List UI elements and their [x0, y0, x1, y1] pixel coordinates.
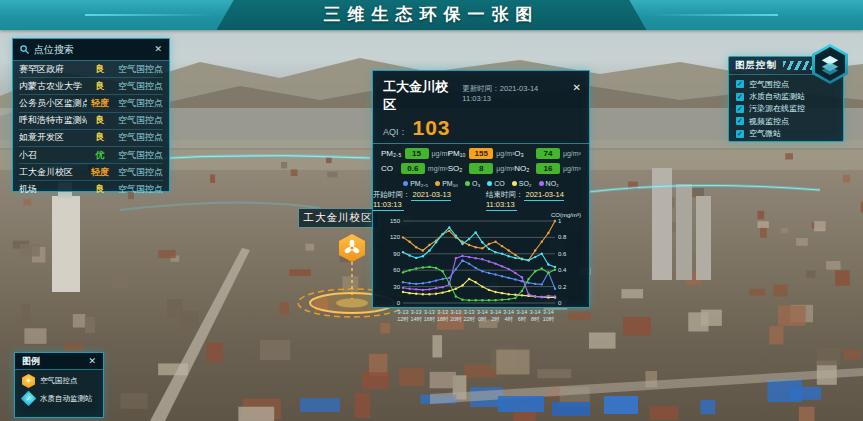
svg-text:6时: 6时 [518, 316, 527, 322]
svg-text:3-13: 3-13 [398, 309, 409, 315]
chart-legend: PM₂.₅ PM₁₀ O₃ CO SO₂ NO₂ [373, 179, 589, 189]
pinwheel-icon [343, 239, 361, 257]
svg-text:0.4: 0.4 [558, 267, 567, 273]
legend-item-o3[interactable]: O₃ [465, 180, 480, 187]
svg-text:22时: 22时 [463, 316, 475, 322]
station-detail-popup: 工大金川校区 更新时间：2021-03-14 11:03:13 ✕ AQI： 1… [372, 70, 590, 308]
svg-text:16时: 16时 [424, 316, 436, 322]
close-icon[interactable]: ✕ [573, 82, 581, 93]
pollutant-grid: PM₂.₅ 15 µg/m³ PM₁₀ 155 µg/m³ O₃ 74 µg/m… [373, 144, 589, 179]
time-range-row: 开始时间：2021-03-13 11:03:13 结束时间：2021-03-14… [373, 189, 589, 211]
svg-text:14时: 14时 [411, 316, 423, 322]
pollutant-pm25: PM₂.₅ 15 µg/m³ [381, 148, 448, 159]
legend-panel-title: 图例 [22, 355, 40, 368]
station-row[interactable]: 小召 优 空气国控点 [19, 147, 163, 164]
svg-text:2时: 2时 [491, 316, 500, 322]
map-marker-label[interactable]: 工大金川校区 [298, 208, 378, 228]
layer-item-air-national[interactable]: ✓ 空气国控点 [736, 78, 836, 90]
station-row[interactable]: 公务员小区监测点 轻度 空气国控点 [19, 95, 163, 112]
svg-text:CO(mg/m³): CO(mg/m³) [551, 212, 581, 218]
pollutant-no2: NO₂ 16 µg/m³ [514, 163, 581, 174]
svg-text:3-13: 3-13 [450, 309, 461, 315]
svg-text:3-13: 3-13 [411, 309, 422, 315]
svg-text:12时: 12时 [397, 316, 409, 322]
legend-item-co[interactable]: CO [487, 180, 505, 187]
app-root: 三维生态环保一张图 点位搜索 ✕ 赛罕区政府 良 空气国控点 内蒙古农业大学 良… [0, 0, 863, 421]
svg-text:0: 0 [397, 300, 401, 306]
title-bar: 三维生态环保一张图 [0, 0, 863, 30]
station-row[interactable]: 呼和浩特市监测站 良 空气国控点 [19, 113, 163, 130]
svg-text:120: 120 [390, 234, 401, 240]
svg-text:3-14: 3-14 [477, 309, 488, 315]
checkbox-checked[interactable]: ✓ [736, 93, 744, 101]
pollutant-so2: SO₂ 8 µg/m³ [448, 163, 515, 174]
legend-item-water: ✓ 水质自动监测站 [15, 388, 103, 405]
layer-item-water-auto[interactable]: ✓ 水质自动监测站 [736, 90, 836, 102]
page-title: 三维生态环保一张图 [0, 0, 863, 30]
svg-text:90: 90 [393, 251, 400, 257]
svg-text:0时: 0时 [478, 316, 487, 322]
layer-item-pollution-source[interactable]: ✓ 污染源在线监控 [736, 103, 836, 115]
checkbox-checked[interactable]: ✓ [736, 80, 744, 88]
svg-text:0.6: 0.6 [558, 251, 567, 257]
legend-item-air: ✦ 空气国控点 [15, 370, 103, 388]
pollutant-o3: O₃ 74 µg/m³ [514, 148, 581, 159]
svg-text:4时: 4时 [505, 316, 514, 322]
layer-panel-title: 图层控制 [735, 59, 777, 72]
svg-text:3-13: 3-13 [437, 309, 448, 315]
svg-text:18时: 18时 [437, 316, 449, 322]
svg-text:30: 30 [393, 284, 400, 290]
station-list-panel: 点位搜索 ✕ 赛罕区政府 良 空气国控点 内蒙古农业大学 良 空气国控点 公务员… [12, 38, 170, 192]
svg-text:60: 60 [393, 267, 400, 273]
detail-title: 工大金川校区 [383, 78, 456, 114]
legend-item-no2[interactable]: NO₂ [539, 180, 559, 187]
svg-text:3-13: 3-13 [464, 309, 475, 315]
checkbox-checked[interactable]: ✓ [736, 117, 744, 125]
svg-text:0: 0 [558, 300, 562, 306]
corner-accent [580, 70, 590, 80]
layer-item-video[interactable]: ✓ 视频监控点 [736, 115, 836, 127]
aqi-value: 103 [413, 116, 451, 140]
diamond-cyan-marker-icon: ✓ [21, 391, 37, 407]
map-legend-panel: 图例 ✕ ✦ 空气国控点 ✓ 水质自动监测站 [14, 352, 104, 418]
svg-text:3-13: 3-13 [424, 309, 435, 315]
svg-text:3-14: 3-14 [517, 309, 528, 315]
svg-text:10时: 10时 [543, 316, 555, 322]
layer-item-micro-station[interactable]: ✓ 空气微站 [736, 128, 836, 140]
search-icon [20, 45, 29, 54]
legend-item-pm10[interactable]: PM₁₀ [435, 180, 458, 187]
svg-text:1: 1 [558, 218, 562, 224]
svg-text:8时: 8时 [531, 316, 540, 322]
svg-text:3-14: 3-14 [490, 309, 501, 315]
close-icon[interactable]: ✕ [154, 45, 162, 54]
station-row[interactable]: 机场 良 空气国控点 [19, 181, 163, 197]
checkbox-checked[interactable]: ✓ [736, 130, 744, 138]
station-rows: 赛罕区政府 良 空气国控点 内蒙古农业大学 良 空气国控点 公务员小区监测点 轻… [13, 61, 169, 198]
close-icon[interactable]: ✕ [88, 357, 96, 366]
pollutant-trend-chart: 030609012015000.20.40.60.81CO(mg/m³)3-13… [379, 211, 583, 327]
svg-text:0.2: 0.2 [558, 284, 567, 290]
svg-text:3-14: 3-14 [503, 309, 514, 315]
svg-text:20时: 20时 [450, 316, 462, 322]
svg-text:3-14: 3-14 [530, 309, 541, 315]
hexagon-orange-marker-icon: ✦ [22, 374, 35, 388]
legend-item-so2[interactable]: SO₂ [512, 180, 532, 187]
station-row[interactable]: 工大金川校区 轻度 空气国控点 [19, 164, 163, 181]
pollutant-co: CO 0.6 mg/m³ [381, 163, 448, 174]
station-row[interactable]: 赛罕区政府 良 空气国控点 [19, 61, 163, 78]
station-panel-title: 点位搜索 [34, 43, 74, 57]
pollutant-pm10: PM₁₀ 155 µg/m³ [448, 148, 515, 159]
svg-text:3-14: 3-14 [543, 309, 554, 315]
legend-item-pm25[interactable]: PM₂.₅ [403, 180, 428, 187]
station-row[interactable]: 如意开发区 良 空气国控点 [19, 130, 163, 147]
update-time: 更新时间：2021-03-14 11:03:13 [462, 84, 562, 103]
layers-icon [819, 53, 841, 75]
svg-text:0.8: 0.8 [558, 234, 567, 240]
station-row[interactable]: 内蒙古农业大学 良 空气国控点 [19, 78, 163, 95]
aqi-label: AQI： [383, 126, 408, 139]
svg-text:150: 150 [390, 218, 401, 224]
corner-accent [372, 70, 382, 80]
checkbox-checked[interactable]: ✓ [736, 105, 744, 113]
